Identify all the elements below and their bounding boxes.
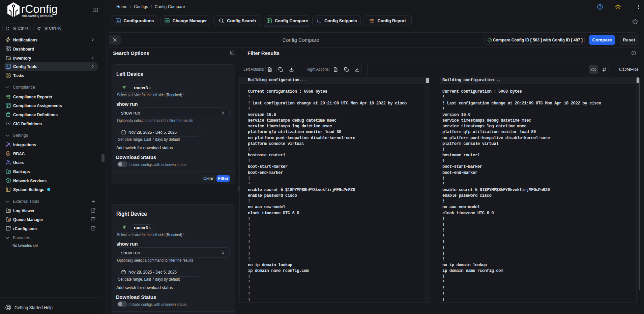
svg-text:CM: CM: [166, 20, 169, 22]
